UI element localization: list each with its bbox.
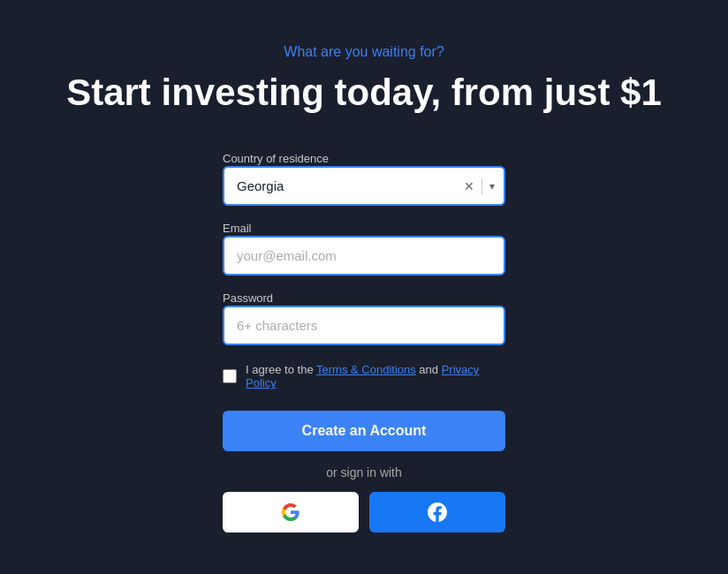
social-buttons-row bbox=[223, 492, 505, 532]
email-input[interactable] bbox=[223, 236, 505, 276]
email-label: Email bbox=[223, 222, 252, 235]
terms-checkbox[interactable] bbox=[223, 369, 237, 383]
country-field-group: Country of residence Georgia ✕ ▾ bbox=[223, 150, 505, 206]
email-field-group: Email bbox=[223, 220, 505, 276]
password-input[interactable] bbox=[223, 306, 505, 345]
form-container: Country of residence Georgia ✕ ▾ Email P… bbox=[223, 150, 505, 532]
clear-country-button[interactable]: ✕ bbox=[462, 177, 476, 195]
password-label: Password bbox=[223, 291, 273, 305]
google-icon bbox=[281, 502, 300, 522]
country-value: Georgia bbox=[224, 168, 462, 204]
terms-link[interactable]: Terms & Conditions bbox=[316, 363, 416, 376]
facebook-icon bbox=[428, 502, 447, 522]
terms-label: I agree to the Terms & Conditions and Pr… bbox=[246, 363, 505, 389]
terms-checkbox-row: I agree to the Terms & Conditions and Pr… bbox=[223, 363, 505, 389]
password-field-group: Password bbox=[223, 290, 505, 345]
select-divider bbox=[482, 178, 482, 194]
country-label: Country of residence bbox=[223, 152, 329, 165]
country-select[interactable]: Georgia ✕ ▾ bbox=[223, 166, 505, 206]
facebook-signin-button[interactable] bbox=[369, 492, 505, 532]
create-account-button[interactable]: Create an Account bbox=[223, 411, 505, 451]
dropdown-arrow-button[interactable]: ▾ bbox=[488, 178, 497, 194]
headline: Start investing today, from just $1 bbox=[66, 71, 662, 115]
google-signin-button[interactable] bbox=[223, 492, 359, 532]
subtitle: What are you waiting for? bbox=[284, 44, 444, 60]
or-sign-in-text: or sign in with bbox=[223, 465, 505, 480]
